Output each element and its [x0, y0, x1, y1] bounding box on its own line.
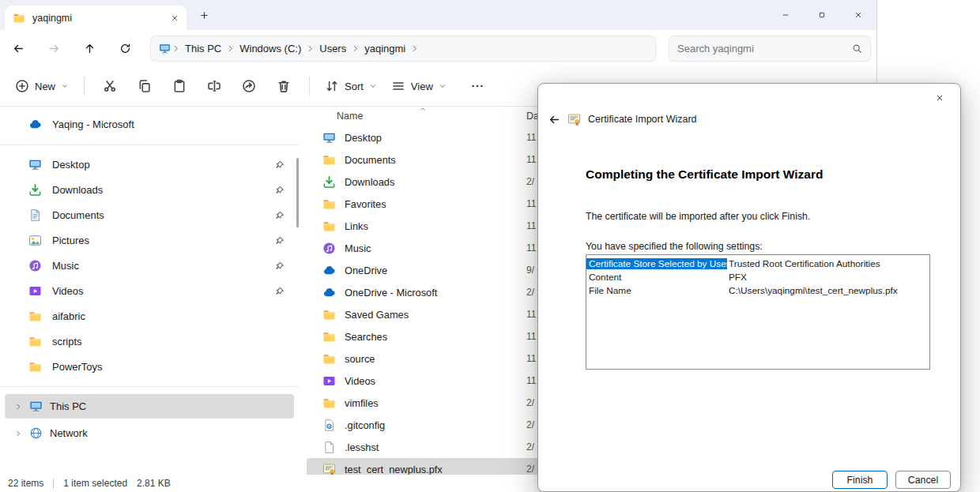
- cloud-icon: [322, 286, 336, 299]
- maximize-button[interactable]: [804, 0, 840, 30]
- sidebar-item-desktop[interactable]: Desktop: [5, 152, 294, 177]
- sidebar: Yaqing - Microsoft DesktopDownloadsDocum…: [0, 107, 299, 475]
- explorer-tab[interactable]: yaqingmi: [5, 6, 187, 30]
- file-name: .lesshst: [345, 441, 379, 453]
- cancel-button[interactable]: Cancel: [895, 471, 951, 489]
- file-date-modified: 9/: [526, 265, 534, 276]
- navigation-bar: This PCWindows (C:)Usersyaqingmi: [0, 30, 876, 66]
- thispc-icon: [29, 400, 43, 413]
- sidebar-item-scripts[interactable]: scripts: [5, 329, 294, 354]
- downloads-icon: [322, 175, 336, 189]
- paste-button[interactable]: [162, 72, 197, 100]
- new-tab-button[interactable]: [199, 10, 209, 21]
- delete-button[interactable]: [266, 72, 301, 100]
- cut-button[interactable]: [92, 72, 127, 100]
- column-header-name[interactable]: Name: [337, 111, 363, 122]
- new-button[interactable]: New: [8, 74, 76, 98]
- copy-button[interactable]: [127, 72, 162, 100]
- file-name: Documents: [345, 154, 396, 166]
- selection-count: 1 item selected: [63, 478, 127, 489]
- copy-icon: [138, 79, 152, 93]
- refresh-button[interactable]: [119, 43, 131, 54]
- sort-button[interactable]: Sort: [318, 74, 384, 98]
- sidebar-item-label: This PC: [50, 400, 86, 412]
- breadcrumb-item-windows-c[interactable]: Windows (C:): [236, 43, 305, 54]
- file-icon: [322, 441, 336, 454]
- dialog-close-button[interactable]: [927, 88, 952, 107]
- breadcrumb-chevron-icon: [410, 44, 419, 53]
- setting-row-content[interactable]: ContentPFX: [586, 270, 929, 284]
- music-icon: [322, 242, 336, 255]
- file-name: Music: [345, 242, 371, 254]
- sidebar-item-pictures[interactable]: Pictures: [5, 228, 294, 253]
- wizard-header: Certificate Import Wizard: [538, 109, 697, 130]
- breadcrumb-item-this-pc[interactable]: This PC: [181, 43, 225, 54]
- share-icon: [242, 79, 256, 93]
- file-date-modified: 11: [526, 154, 536, 165]
- back-button[interactable]: [13, 43, 24, 54]
- sort-icon: [325, 79, 339, 93]
- paste-icon: [172, 79, 187, 93]
- search-input[interactable]: [677, 43, 852, 54]
- chevron-right-icon: [14, 403, 22, 411]
- more-options-button[interactable]: [460, 72, 495, 100]
- folder-icon: [322, 153, 336, 167]
- file-date-modified: 2/: [526, 419, 534, 430]
- setting-row-file-name[interactable]: File NameC:\Users\yaqingmi\test_cert_new…: [586, 284, 929, 297]
- cloud-icon: [322, 264, 336, 277]
- sidebar-item-music[interactable]: Music: [5, 254, 294, 278]
- pin-icon: [275, 211, 285, 220]
- folder-icon: [28, 360, 42, 374]
- setting-row-certificate-store-selected-by-user[interactable]: Certificate Store Selected by UserTruste…: [586, 257, 929, 270]
- breadcrumb-item-users[interactable]: Users: [315, 43, 350, 54]
- folder-icon: [13, 12, 25, 24]
- file-date-modified: 2/: [526, 397, 534, 408]
- new-label: New: [35, 81, 55, 92]
- breadcrumb-chevron-icon: [172, 44, 180, 53]
- wizard-back-button[interactable]: [548, 114, 560, 126]
- sidebar-scrollbar[interactable]: [296, 158, 299, 227]
- gitconfig-icon: [322, 419, 336, 432]
- minimize-button[interactable]: [767, 0, 804, 30]
- share-button[interactable]: [232, 72, 266, 100]
- rename-icon: [207, 79, 221, 93]
- pin-icon: [275, 287, 285, 296]
- file-name: Videos: [345, 375, 375, 387]
- tab-close-icon[interactable]: [171, 14, 179, 22]
- file-name: OneDrive: [345, 265, 387, 276]
- file-name: vimfiles: [345, 397, 379, 409]
- sidebar-item-this-pc[interactable]: This PC: [5, 394, 294, 419]
- sidebar-item-aifabric[interactable]: aifabric: [5, 304, 294, 329]
- pin-icon: [275, 236, 285, 246]
- sidebar-quick-access: DesktopDownloadsDocumentsPicturesMusicVi…: [0, 152, 299, 379]
- finish-button[interactable]: Finish: [832, 471, 888, 489]
- forward-button[interactable]: [48, 43, 60, 54]
- file-name: .gitconfig: [345, 419, 385, 431]
- close-button[interactable]: [840, 0, 876, 30]
- setting-value: PFX: [727, 272, 747, 283]
- onedrive-icon: [28, 118, 42, 131]
- search-box[interactable]: [669, 36, 871, 62]
- desktop-icon: [28, 158, 42, 171]
- rename-button[interactable]: [197, 72, 232, 100]
- file-date-modified: 11: [526, 242, 536, 254]
- chevron-down-icon: [61, 82, 69, 90]
- breadcrumb-item-yaqingmi[interactable]: yaqingmi: [360, 43, 409, 54]
- wizard-settings-table[interactable]: Certificate Store Selected by UserTruste…: [586, 254, 930, 370]
- file-date-modified: 11: [526, 331, 536, 342]
- sidebar-item-documents[interactable]: Documents: [5, 203, 294, 227]
- file-date-modified: 2/: [526, 176, 534, 187]
- sidebar-item-videos[interactable]: Videos: [5, 279, 294, 303]
- sidebar-item-network[interactable]: Network: [5, 421, 294, 445]
- sidebar-item-downloads[interactable]: Downloads: [5, 178, 294, 202]
- sidebar-item-onedrive[interactable]: Yaqing - Microsoft: [5, 111, 294, 137]
- view-button[interactable]: View: [384, 74, 454, 98]
- videos-icon: [322, 374, 336, 388]
- breadcrumb: This PCWindows (C:)Usersyaqingmi: [150, 36, 656, 62]
- up-button[interactable]: [84, 43, 96, 54]
- sidebar-item-powertoys[interactable]: PowerToys: [5, 355, 294, 379]
- window-controls: [767, 0, 876, 30]
- file-date-modified: 2/: [526, 464, 534, 475]
- file-name: Downloads: [345, 176, 394, 188]
- videos-icon: [28, 284, 42, 298]
